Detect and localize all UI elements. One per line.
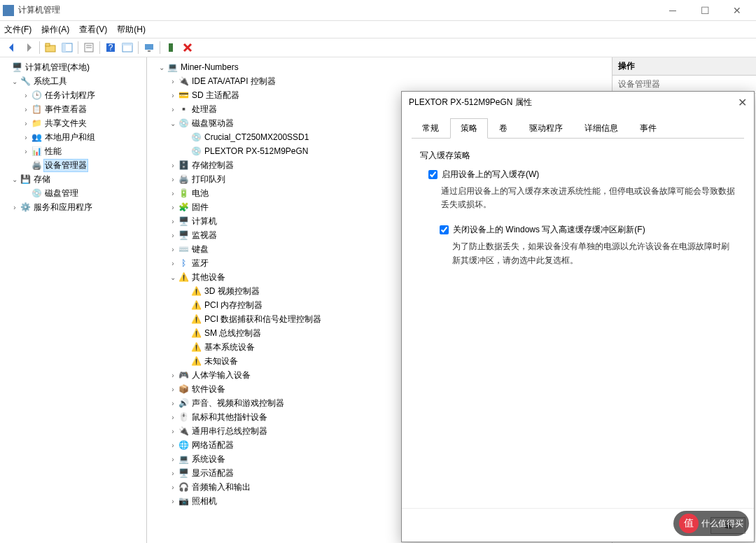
dev-soft[interactable]: 软件设备 [190,383,227,396]
dev-printq[interactable]: 打印队列 [190,173,227,186]
menu-file[interactable]: 文件(F) [4,24,31,36]
dev-hid[interactable]: 人体学输入设备 [190,369,252,382]
svg-rect-3 [62,43,66,52]
dev-audio[interactable]: 音频输入和输出 [190,481,252,494]
dev-usb[interactable]: 通用串行总线控制器 [190,425,269,438]
tab-driver[interactable]: 驱动程序 [519,118,573,139]
show-hide-tree-button[interactable] [59,40,75,55]
dev-crucial[interactable]: Crucial_CT250MX200SSD1 [203,132,310,143]
menu-view[interactable]: 查看(V) [79,24,107,36]
dev-display[interactable]: 显示适配器 [190,467,235,480]
storage-controller-icon: 🗄️ [178,160,189,171]
tab-volumes[interactable]: 卷 [489,118,518,139]
monitor-icon[interactable] [141,40,157,55]
close-button[interactable]: ✕ [721,0,753,21]
dev-smbus[interactable]: SM 总线控制器 [203,327,262,340]
warning-icon: ⚠️ [178,272,189,283]
dev-otherdev[interactable]: 其他设备 [190,271,227,284]
dev-sd[interactable]: SD 主适配器 [190,89,241,102]
tree-shared[interactable]: 共享文件夹 [43,117,88,130]
enable-write-cache-label[interactable]: 启用设备上的写入缓存(W) [442,169,539,181]
dialog-title: PLEXTOR PX-512M9PeGN 属性 [409,97,738,108]
menu-action[interactable]: 操作(A) [41,24,69,36]
tree-eventviewer[interactable]: 事件查看器 [43,103,88,116]
dev-pcimem[interactable]: PCI 内存控制器 [203,299,264,312]
services-icon: ⚙️ [20,202,31,213]
tree-services[interactable]: 服务和应用程序 [32,201,94,214]
disable-flush-label[interactable]: 关闭设备上的 Windows 写入高速缓存缓冲区刷新(F) [453,224,645,236]
view-button[interactable] [120,40,135,55]
warning-icon: ⚠️ [190,299,202,311]
properties-dialog: PLEXTOR PX-512M9PeGN 属性 ✕ 常规 策略 卷 驱动程序 详… [401,91,755,542]
enable-write-cache-desc: 通过启用设备上的写入缓存来改进系统性能，但停电或设备故障可能会导致数据丢失或损坏… [441,185,736,211]
delete-button[interactable] [180,40,195,55]
tree-localusers[interactable]: 本地用户和组 [43,131,97,144]
tab-content: 写入缓存策略 启用设备上的写入缓存(W) 通过启用设备上的写入缓存来改进系统性能… [412,139,744,291]
tree-scheduler[interactable]: 任务计划程序 [43,89,97,102]
dev-sound[interactable]: 声音、视频和游戏控制器 [190,397,286,410]
dev-camera[interactable]: 照相机 [190,495,218,508]
perf-icon: 📊 [31,146,42,157]
dev-net[interactable]: 网络适配器 [190,439,235,452]
dev-diskdrv[interactable]: 磁盘驱动器 [190,117,235,130]
back-button[interactable] [4,40,20,55]
tab-events[interactable]: 事件 [629,118,667,139]
properties-button[interactable] [81,40,97,55]
maximize-button[interactable]: ☐ [689,0,721,21]
tree-systools[interactable]: 系统工具 [32,75,69,88]
tree-diskmgmt[interactable]: 磁盘管理 [43,187,80,200]
dev-firmware[interactable]: 固件 [190,201,210,214]
event-icon: 📋 [31,104,42,115]
diskdrive-icon: 💿 [178,118,189,129]
disable-flush-checkbox[interactable] [440,225,449,234]
dev-root[interactable]: Miner-Numbers [179,62,240,73]
dev-mouse[interactable]: 鼠标和其他指针设备 [190,411,269,424]
write-cache-policy-label: 写入缓存策略 [420,150,736,162]
dev-ide[interactable]: IDE ATA/ATAPI 控制器 [190,75,277,88]
dev-unknown[interactable]: 未知设备 [203,355,239,368]
dev-basesys[interactable]: 基本系统设备 [203,341,256,354]
svg-rect-10 [122,43,132,45]
dev-plextor[interactable]: PLEXTOR PX-512M9PeGN [203,146,310,157]
tab-policy[interactable]: 策略 [450,118,488,139]
dev-battery[interactable]: 电池 [190,187,210,200]
tab-general[interactable]: 常规 [412,118,449,139]
dev-sysdev[interactable]: 系统设备 [190,453,227,466]
computer-icon: 🖥️ [178,216,189,227]
ide-icon: 🔌 [178,76,189,87]
cpu-icon: ▪️ [178,104,189,115]
disk-item-icon: 💿 [190,132,202,143]
menu-help[interactable]: 帮助(H) [117,24,146,36]
tree-devmgr[interactable]: 设备管理器 [43,159,88,172]
users-icon: 👥 [31,132,42,143]
network-icon: 🌐 [178,439,189,451]
help-button[interactable]: ? [103,40,118,55]
tree-storage[interactable]: 存储 [32,173,52,186]
enable-write-cache-checkbox[interactable] [428,170,438,179]
dev-bluetooth[interactable]: 蓝牙 [190,257,210,270]
usb-icon: 🔌 [178,425,189,437]
forward-button[interactable] [21,40,36,55]
warning-icon: ⚠️ [190,327,202,339]
dev-monitor[interactable]: 监视器 [190,229,218,242]
firmware-icon: 🧩 [178,202,189,213]
pc-icon: 💻 [167,62,178,73]
dev-storctrl[interactable]: 存储控制器 [190,159,235,172]
dev-vid3d[interactable]: 3D 视频控制器 [203,285,261,298]
clock-icon: 🕒 [31,90,42,101]
tree-root[interactable]: 计算机管理(本地) [24,61,91,74]
tab-details[interactable]: 详细信息 [574,118,629,139]
device-icon[interactable] [163,40,178,55]
window-controls: ─ ☐ ✕ [657,0,753,21]
dialog-close-button[interactable]: ✕ [738,96,747,109]
dev-keyboard[interactable]: 键盘 [190,243,210,256]
up-button[interactable] [43,40,58,55]
svg-text:?: ? [108,43,113,52]
dev-computer[interactable]: 计算机 [190,215,218,228]
warning-icon: ⚠️ [190,355,202,367]
dev-cpu[interactable]: 处理器 [190,103,218,116]
dev-pcidata[interactable]: PCI 数据捕获和信号处理控制器 [203,313,323,326]
left-tree-pane[interactable]: 🖥️计算机管理(本地) ⌄🔧系统工具 ›🕒任务计划程序 ›📋事件查看器 ›📁共享… [0,57,147,543]
minimize-button[interactable]: ─ [657,0,689,21]
tree-perf[interactable]: 性能 [43,145,63,158]
